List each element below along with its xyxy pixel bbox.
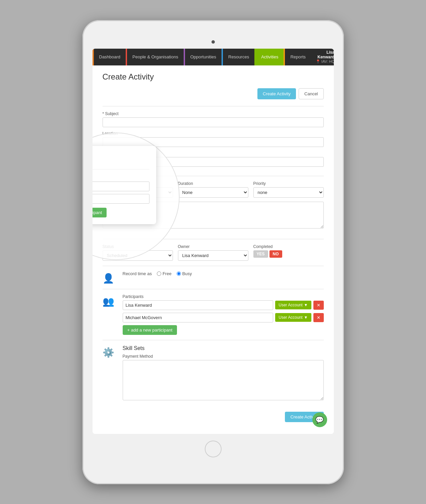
record-time-row: Record time as Free Busy [123,271,324,276]
participant-type-btn-1[interactable]: User Account ▼ [275,301,311,309]
priority-col: Priority none [253,181,324,198]
free-radio[interactable] [157,271,161,276]
participant-row-1: User Account ▼ ✕ [123,300,324,310]
nav-item-activities[interactable]: Activities [254,49,284,65]
nav-label-dashboard: Dashboard [99,54,121,59]
tablet-screen: Dashboard People & Organisations Opportu… [93,49,334,434]
priority-select[interactable]: none [253,187,324,198]
skill-sets-content: Skill Sets Payment Method [123,345,324,402]
participants-icon: 👥 [103,294,116,335]
free-option[interactable]: Free [157,271,172,276]
nav-item-people[interactable]: People & Organisations [126,49,184,65]
location-label: Location [103,131,324,136]
participant-remove-btn-1[interactable]: ✕ [313,301,324,310]
owner-col: Owner Lisa Kenward [178,244,248,261]
participants-section: 👥 Participants User Account ▼ ✕ [103,289,324,340]
popup-add-participant-button[interactable]: + add a new participant [93,208,107,217]
participants-content: Participants User Account ▼ ✕ User Accou… [123,294,324,335]
nav-label-people: People & Organisations [132,54,178,59]
participant-type-label-2: User Account [279,315,302,320]
subject-row: * Subject [103,111,324,127]
popup-participant-input-1[interactable] [93,182,149,191]
tablet-camera [211,40,215,44]
free-label: Free [163,271,172,276]
participant-type-btn-2[interactable]: User Account ▼ [275,313,311,322]
participants-label: Participants [123,294,324,299]
nav-label-opportunities: Opportunities [190,54,216,59]
duration-select[interactable]: None [178,187,248,198]
no-button[interactable]: NO [269,250,282,258]
bottom-actions: Create Activity [103,407,324,427]
record-time-section: 👤 Record time as Free Busy [103,266,324,289]
popup-participants-label: Participants [93,173,149,179]
payment-method-label: Payment Method [123,354,324,359]
location-input[interactable] [103,137,324,147]
duration-col: Duration None [178,181,248,198]
record-time-label: Record time as [123,271,152,276]
status-col: Status Scheduled [103,244,173,261]
popup-participants: Participants + add a new participant [93,173,149,217]
nav-label-resources: Resources [228,54,249,59]
status-section: Status Scheduled Owner Lisa Kenward Comp… [103,239,324,266]
tablet-frame: Dashboard People & Organisations Opportu… [82,20,344,484]
popup-radio-group: Free Busy [93,160,149,165]
yes-no-group: YES NO [253,250,324,258]
nav-user-info: Lisa Kenward 📍 IAV: HQ [314,50,334,64]
cancel-button-top[interactable]: Cancel [299,88,323,99]
page-title: Create Activity [103,72,324,82]
nav-user-name: Lisa Kenward [314,50,334,59]
skill-sets-label: Skill Sets [123,345,324,351]
nav-user: Lisa Kenward 📍 IAV: HQ 👩 [311,49,334,65]
location-row: Location [103,131,324,147]
skill-sets-section: ⚙️ Skill Sets Payment Method [103,340,324,407]
busy-radio[interactable] [177,271,181,276]
record-time-content: Record time as Free Busy [123,271,324,284]
participant-type-label-1: User Account [279,303,302,307]
owner-label: Owner [178,244,248,249]
nav-item-resources[interactable]: Resources [222,49,254,65]
status-select[interactable]: Scheduled [103,250,173,261]
popup-record-time: Record time as Free Busy [93,153,149,165]
nav-label-activities: Activities [261,54,278,59]
gear-icon: ⚙️ [103,345,116,402]
participant-input-1[interactable] [123,300,273,310]
completed-label: Completed [253,244,324,249]
busy-option[interactable]: Busy [177,271,192,276]
payment-method-textarea[interactable] [123,360,324,400]
subject-label: * Subject [103,111,324,116]
chevron-icon: ▼ [304,303,308,307]
duration-label: Duration [178,181,248,186]
home-button[interactable] [205,441,222,457]
popup-record-time-label: Record time as [93,153,149,158]
status-row: Status Scheduled Owner Lisa Kenward Comp… [103,244,324,261]
add-participant-button[interactable]: + add a new participant [123,325,177,335]
completed-col: Completed YES NO [253,244,324,261]
popup-card: Record time as Free Busy Part [93,146,156,224]
status-label: Status [103,244,173,249]
nav-label-reports: Reports [290,54,306,59]
chevron-icon-2: ▼ [304,315,308,320]
busy-label: Busy [182,271,192,276]
priority-label: Priority [253,181,324,186]
yes-button[interactable]: YES [253,250,268,258]
main-content: Create Activity Create Activity Cancel *… [93,65,334,434]
participant-remove-btn-2[interactable]: ✕ [313,313,324,322]
nav-user-location: 📍 IAV: HQ [314,59,334,64]
participant-row-2: User Account ▼ ✕ [123,313,324,322]
create-activity-button-top[interactable]: Create Activity [257,88,296,99]
popup-participant-input-2[interactable] [93,194,149,204]
subject-input[interactable] [103,117,324,127]
nav-item-opportunities[interactable]: Opportunities [184,49,222,65]
owner-select[interactable]: Lisa Kenward [178,250,248,261]
chat-button[interactable]: 💬 [312,412,327,427]
nav-bar: Dashboard People & Organisations Opportu… [93,49,334,65]
nav-item-dashboard[interactable]: Dashboard [93,49,126,65]
participant-input-2[interactable] [123,313,273,322]
time-icon: 👤 [103,271,116,284]
top-actions: Create Activity Cancel [103,88,324,99]
nav-item-reports[interactable]: Reports [284,49,311,65]
